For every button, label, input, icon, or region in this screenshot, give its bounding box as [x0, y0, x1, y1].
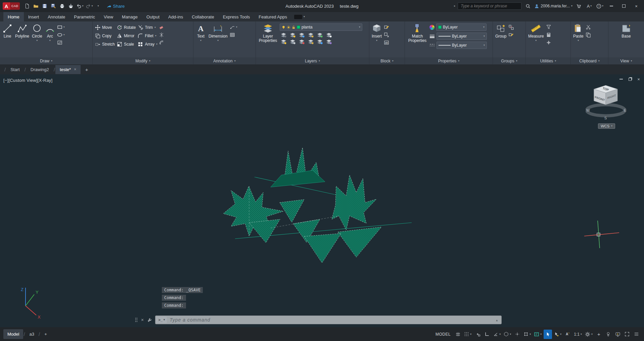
text-button[interactable]: A Text ▾ [195, 22, 206, 57]
object-color-dropdown[interactable]: ByLayer ▾ [436, 23, 487, 31]
copy-clip-button[interactable] [586, 32, 591, 38]
model-space-badge[interactable]: MODEL [433, 330, 453, 339]
line-button[interactable]: Line [2, 22, 13, 57]
model-tab[interactable]: Model [3, 329, 23, 339]
create-block-button[interactable] [384, 24, 389, 30]
app-menu-button[interactable]: A CAD [3, 2, 20, 10]
annotation-visibility-button[interactable]: A [563, 330, 572, 339]
block-panel-label[interactable]: Block▾ [369, 57, 405, 64]
layer-previous-button[interactable] [326, 39, 332, 44]
layer-freeze-button[interactable] [298, 33, 305, 38]
write-block-button[interactable] [384, 32, 389, 38]
isolate-objects-button[interactable] [604, 330, 612, 339]
layer-thaw-button[interactable] [298, 39, 305, 44]
new-drawing-button[interactable] [23, 2, 31, 10]
layer-match-button[interactable] [326, 33, 332, 38]
help-button[interactable]: ?▾ [596, 2, 604, 10]
minimize-button[interactable] [606, 2, 616, 10]
layer-make-current-button[interactable] [317, 33, 323, 38]
erase-button[interactable] [159, 24, 164, 30]
measure-button[interactable]: Measure ▾ [527, 22, 545, 57]
selection-filter-button[interactable]: ▾ [553, 330, 562, 339]
modify-panel-label[interactable]: Modify▾ [93, 57, 193, 64]
tab-home[interactable]: Home [3, 12, 24, 21]
copy-button[interactable]: Copy [94, 33, 116, 39]
selection-window-button[interactable]: ▾ [533, 330, 543, 339]
array-button[interactable]: Array▾ [137, 41, 158, 48]
drawing-model[interactable] [0, 74, 644, 327]
new-layout-button[interactable]: + [40, 329, 51, 339]
plot-button[interactable] [58, 2, 66, 10]
viewport-close-icon[interactable]: × [635, 76, 642, 82]
tab-view[interactable]: View [99, 12, 118, 21]
search-button[interactable] [524, 2, 532, 10]
save-button[interactable] [41, 2, 49, 10]
layer-on-button[interactable] [280, 39, 287, 44]
undo-button[interactable]: ▾ [76, 2, 84, 10]
id-point-button[interactable] [546, 40, 551, 46]
tab-add-ins[interactable]: Add-ins [164, 12, 187, 21]
command-bar[interactable]: >_▾ ▴ [155, 316, 502, 324]
layer-properties-button[interactable]: Layer Properties [258, 22, 278, 57]
annotation-scale-button[interactable]: 1:1▾ [573, 330, 583, 339]
recent-commands-button[interactable]: >_▾ [156, 317, 167, 323]
close-button[interactable]: × [631, 2, 641, 10]
viewport-controls[interactable]: [−][Custom View][X-Ray] [3, 78, 52, 83]
app-store-cart-button[interactable] [575, 2, 583, 10]
autodesk-apps-button[interactable]: A▾ [585, 2, 593, 10]
command-line-close-icon[interactable]: × [141, 317, 144, 323]
stretch-button[interactable]: Stretch [94, 41, 116, 48]
redo-button[interactable]: ▾ [85, 2, 94, 10]
insert-block-button[interactable]: Insert ▾ [371, 22, 382, 57]
drawing-viewport[interactable]: [−][Custom View][X-Ray] × W S E TOP FRON… [0, 74, 644, 327]
file-tab-close-icon[interactable]: × [74, 67, 76, 72]
search-expand-icon[interactable]: ▸ [454, 5, 455, 7]
share-button[interactable]: Share [106, 4, 125, 9]
annotation-panel-label[interactable]: Annotation▾ [193, 57, 256, 64]
linetype-dropdown[interactable]: ByLayer ▾ [436, 42, 487, 49]
layer-lock-button[interactable] [308, 33, 314, 38]
table-button[interactable] [230, 32, 237, 38]
layout-tab-a3[interactable]: a3 [26, 329, 38, 339]
ortho-mode-button[interactable] [483, 330, 491, 339]
rotate-button[interactable]: Rotate [116, 24, 136, 31]
file-tab-drawing2[interactable]: Drawing2 [26, 65, 53, 74]
account-button[interactable]: 2006.maria.fer... ▾ [534, 4, 572, 9]
tab-output[interactable]: Output [142, 12, 164, 21]
tab-featured-apps[interactable]: Featured Apps [254, 12, 291, 21]
publish-button[interactable] [67, 2, 75, 10]
dynamic-input-button[interactable] [473, 330, 482, 339]
polyline-button[interactable]: Polyline [14, 22, 30, 57]
command-input[interactable] [170, 317, 493, 323]
file-tab-teste[interactable]: teste* × [55, 65, 81, 74]
graphics-performance-button[interactable] [613, 330, 622, 339]
command-line-wrench-icon[interactable] [147, 318, 152, 323]
tab-express-tools[interactable]: Express Tools [219, 12, 255, 21]
file-tab-start[interactable]: Start [6, 65, 24, 74]
move-button[interactable]: Move [94, 24, 116, 31]
polar-tracking-button[interactable]: ▾ [492, 330, 502, 339]
clipboard-panel-label[interactable]: Clipboard▾ [571, 57, 608, 64]
layer-unisolate-button[interactable] [289, 39, 296, 44]
open-drawing-button[interactable] [32, 2, 40, 10]
utilities-panel-label[interactable]: Utilities▾ [526, 57, 570, 64]
layer-off-button[interactable] [280, 33, 287, 38]
layers-panel-label[interactable]: Layers▾ [256, 57, 369, 64]
block-attributes-button[interactable]: ab [384, 40, 389, 46]
offset-button[interactable] [159, 40, 164, 46]
tab-annotate[interactable]: Annotate [43, 12, 70, 21]
cut-button[interactable] [586, 24, 591, 30]
layer-isolate-button[interactable] [289, 33, 296, 38]
command-line-grip[interactable] [135, 318, 138, 322]
qat-customize-button[interactable]: ▾ [94, 2, 102, 10]
mirror-button[interactable]: Mirror [116, 33, 136, 39]
grid-display-button[interactable] [454, 330, 462, 339]
view-panel-label[interactable]: View▾ [608, 57, 644, 64]
object-snap-button[interactable]: ▾ [522, 330, 532, 339]
groups-panel-label[interactable]: Groups▾ [493, 57, 525, 64]
layer-dropdown[interactable]: planta ▾ [280, 23, 362, 31]
clean-screen-button[interactable] [623, 330, 631, 339]
save-as-button[interactable] [49, 2, 57, 10]
match-properties-button[interactable]: Match Properties [407, 22, 428, 57]
maximize-button[interactable] [619, 2, 629, 10]
